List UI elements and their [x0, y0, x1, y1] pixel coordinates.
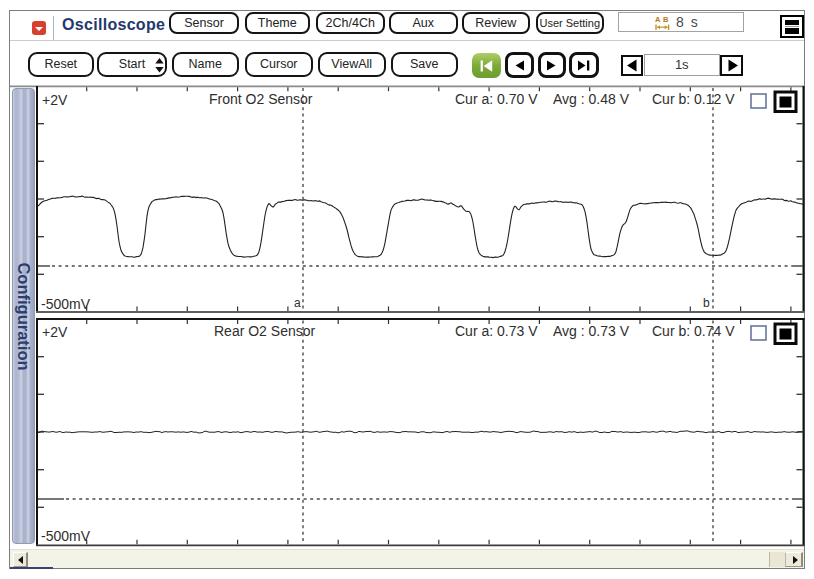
svg-text:-500mV: -500mV [41, 296, 91, 312]
svg-text:Cur a: 0.73 V: Cur a: 0.73 V [455, 323, 538, 339]
svg-text:a: a [294, 296, 301, 310]
svg-text:Rear O2 Sensor: Rear O2 Sensor [214, 323, 315, 339]
svg-text:Cur b: 0.12 V: Cur b: 0.12 V [652, 91, 735, 107]
svg-text:Avg : 0.73 V: Avg : 0.73 V [553, 323, 630, 339]
svg-text:+2V: +2V [42, 324, 68, 340]
svg-text:Avg : 0.48 V: Avg : 0.48 V [553, 91, 630, 107]
svg-text:Cur b: 0.74 V: Cur b: 0.74 V [652, 323, 735, 339]
svg-text:Front O2 Sensor: Front O2 Sensor [209, 91, 313, 107]
svg-text:-500mV: -500mV [41, 528, 91, 544]
svg-text:+2V: +2V [42, 92, 68, 108]
svg-text:b: b [703, 296, 710, 310]
svg-text:Cur a: 0.70 V: Cur a: 0.70 V [455, 91, 538, 107]
